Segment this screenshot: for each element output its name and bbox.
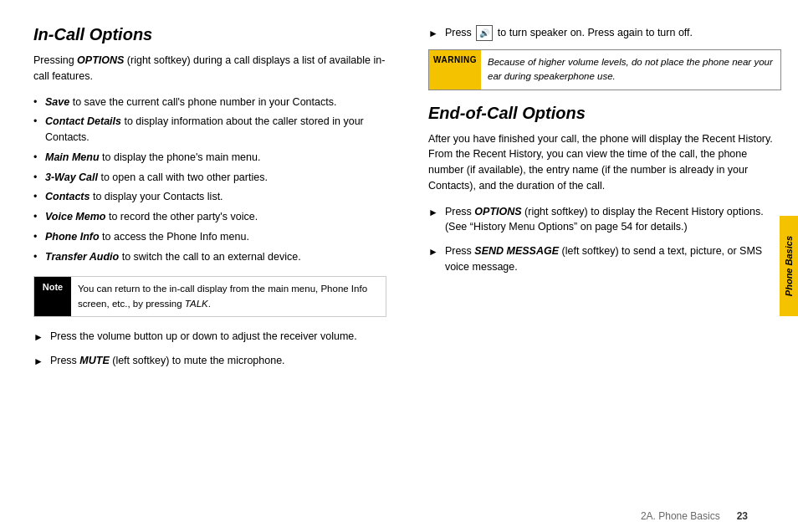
arrow-icon: ► <box>33 354 43 369</box>
page: In-Call Options Pressing OPTIONS (right … <box>0 0 798 532</box>
right-intro: After you have finished your call, the p… <box>428 131 781 194</box>
speaker-text: Press 🔊 to turn speaker on. Press again … <box>445 25 693 41</box>
footer-section: 2A. Phone Basics <box>641 510 720 522</box>
warning-text: Because of higher volume levels, do not … <box>481 50 780 90</box>
left-section-title: In-Call Options <box>33 25 386 44</box>
mute-text: Press MUTE (left softkey) to mute the mi… <box>50 353 285 369</box>
note-box: Note You can return to the in-call displ… <box>33 276 386 317</box>
sendmessage-text: Press SEND MESSAGE (left softkey) to sen… <box>445 243 781 275</box>
list-item: Contacts to display your Contacts list. <box>33 189 386 205</box>
list-item: Phone Info to access the Phone Info menu… <box>33 229 386 245</box>
right-column: ► Press 🔊 to turn speaker on. Press agai… <box>420 25 781 507</box>
arrow-icon: ► <box>428 244 438 259</box>
warning-label: WARNING <box>429 50 481 90</box>
sidebar-tab: Phone Basics <box>780 216 798 316</box>
list-item: Main Menu to display the phone's main me… <box>33 150 386 166</box>
right-section-title: End-of-Call Options <box>428 104 781 123</box>
arrow-icon: ► <box>33 330 43 345</box>
list-item: Save to save the current call's phone nu… <box>33 95 386 110</box>
list-item: Transfer Audio to switch the call to an … <box>33 249 386 265</box>
sidebar-tab-label: Phone Basics <box>784 236 794 296</box>
list-item: Voice Memo to record the other party's v… <box>33 209 386 225</box>
note-label: Note <box>34 277 71 316</box>
volume-arrow-item: ► Press the volume button up or down to … <box>33 329 386 345</box>
arrow-icon: ► <box>428 26 438 41</box>
volume-text: Press the volume button up or down to ad… <box>50 329 357 345</box>
options-text: Press OPTIONS (right softkey) to display… <box>445 204 781 236</box>
mute-arrow-item: ► Press MUTE (left softkey) to mute the … <box>33 353 386 369</box>
footer-page-number: 23 <box>737 510 748 522</box>
list-item: Contact Details to display information a… <box>33 114 386 146</box>
list-item: 3-Way Call to open a call with two other… <box>33 170 386 186</box>
speaker-arrow-item: ► Press 🔊 to turn speaker on. Press agai… <box>428 25 781 41</box>
sendmessage-arrow-item: ► Press SEND MESSAGE (left softkey) to s… <box>428 243 781 275</box>
footer: 2A. Phone Basics 23 <box>641 510 748 522</box>
speaker-icon: 🔊 <box>476 25 493 41</box>
warning-box: WARNING Because of higher volume levels,… <box>428 49 781 90</box>
content: In-Call Options Pressing OPTIONS (right … <box>0 0 798 532</box>
left-intro: Pressing OPTIONS (right softkey) during … <box>33 53 386 84</box>
bullet-list: Save to save the current call's phone nu… <box>33 95 386 265</box>
note-text: You can return to the in-call display fr… <box>71 277 386 316</box>
left-column: In-Call Options Pressing OPTIONS (right … <box>33 25 395 507</box>
options-arrow-item: ► Press OPTIONS (right softkey) to displ… <box>428 204 781 236</box>
arrow-icon: ► <box>428 205 438 220</box>
